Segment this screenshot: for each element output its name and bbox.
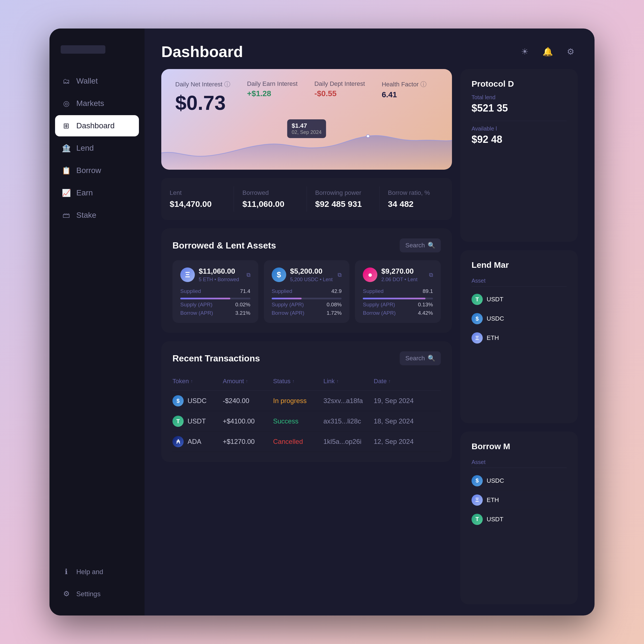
sidebar-item-settings[interactable]: ⚙ Settings	[55, 583, 139, 604]
sidebar-label-stake: Stake	[76, 211, 96, 220]
tx-status-usdc: In progress	[273, 397, 323, 405]
usdt-icon-tx: T	[172, 416, 184, 427]
eth-progress-bg	[180, 298, 250, 299]
tx-token-usdc: $ USDC	[172, 395, 223, 406]
sidebar-label-dashboard: Dashboard	[76, 121, 115, 130]
sidebar-label-borrow: Borrow	[76, 166, 101, 175]
app-window: 🗂 Wallet ◎ Markets ⊞ Dashboard 🏦 Lend 📋 …	[49, 29, 595, 615]
health-factor-value: 6.41	[382, 90, 427, 99]
tx-status-ada: Cancelled	[273, 438, 323, 446]
sidebar: 🗂 Wallet ◎ Markets ⊞ Dashboard 🏦 Lend 📋 …	[49, 29, 145, 615]
sidebar-nav: 🗂 Wallet ◎ Markets ⊞ Dashboard 🏦 Lend 📋 …	[49, 70, 145, 561]
lend-usdc-label: USDC	[487, 315, 504, 322]
eth-stats: Supplied 71.4 Supply (APR) 0.02%	[180, 288, 250, 316]
usdt-lend-icon: T	[472, 294, 483, 305]
borrow-usdc-label: USDC	[487, 477, 504, 484]
borrowed-lent-search[interactable]: Search 🔍	[400, 238, 441, 252]
borrow-apr-label: Borrow (APR)	[180, 310, 213, 316]
copy-icon-eth[interactable]: ⧉	[247, 272, 250, 278]
sidebar-item-dashboard[interactable]: ⊞ Dashboard	[55, 115, 139, 136]
dot-borrow-apr: 4.42%	[418, 310, 433, 316]
stat-borrowing-power: Borrowing power $92 485 931	[307, 186, 380, 212]
borrow-market-card: Borrow M Asset $ USDC Ξ ETH	[460, 432, 578, 604]
table-row: T USDT +$4100.00 Success ax315...li28c 1…	[172, 411, 441, 432]
content-area: Daily Net Interest ⓘ $0.73 Daily Earn In…	[145, 69, 595, 615]
health-factor: Health Factor ⓘ 6.41	[382, 80, 427, 114]
protocol-title: Protocol D	[472, 79, 567, 89]
supplied-label: Supplied	[180, 288, 201, 294]
usdc-progress	[272, 298, 302, 299]
sidebar-item-help[interactable]: ℹ Help and	[55, 561, 139, 582]
daily-debt-label: Daily Dept Interest	[314, 80, 365, 87]
list-item: $ USDC	[472, 471, 567, 491]
usdt-borrow-icon: T	[472, 514, 483, 525]
usdc-supply-apr: 0.08%	[326, 302, 342, 308]
tx-header: Token ↑ Amount ↑ Status ↑ Link ↑ Date ↑	[172, 373, 441, 391]
tooltip-date: 02, Sep 2024	[292, 129, 321, 135]
usdc-supplied: 42.9	[331, 288, 342, 294]
borrow-asset-usdc: $ USDC	[472, 475, 504, 486]
eth-supply-apr: 0.02%	[235, 302, 250, 308]
eth-supplied: 71.4	[240, 288, 250, 294]
lend-icon: 🏦	[62, 144, 71, 153]
sidebar-label-markets: Markets	[76, 99, 104, 108]
ada-icon-tx: ₳	[172, 436, 184, 447]
col-amount: Amount ↑	[223, 378, 273, 385]
divider	[472, 121, 567, 121]
asset-card-dot: ● $9,270.00 2.06 DOT • Lent ⧉	[355, 260, 441, 323]
sidebar-item-markets[interactable]: ◎ Markets	[55, 93, 139, 114]
lend-usdt-label: USDT	[487, 296, 503, 303]
interest-card: Daily Net Interest ⓘ $0.73 Daily Earn In…	[161, 69, 452, 170]
daily-net-interest: Daily Net Interest ⓘ $0.73	[175, 80, 230, 114]
borrow-market-title: Borrow M	[472, 442, 567, 451]
lend-asset-usdc: $ USDC	[472, 313, 504, 324]
right-column: Protocol D Total lend $521 35 Available …	[460, 69, 578, 604]
eth-token-icon: Ξ	[180, 267, 195, 282]
usdc-borrow-icon: $	[472, 475, 483, 486]
col-date: Date ↑	[374, 378, 441, 385]
health-factor-label: Health Factor	[382, 81, 419, 88]
lent-value: $14,470.00	[170, 199, 225, 209]
dot-supplied: 89.1	[423, 288, 433, 294]
transactions-title: Recent Transactions	[172, 353, 260, 364]
notifications-icon[interactable]: 🔔	[540, 44, 555, 59]
tx-amount-usdc: -$240.00	[223, 397, 273, 405]
transactions-search[interactable]: Search 🔍	[400, 351, 441, 365]
sidebar-label-lend: Lend	[76, 144, 94, 153]
lend-market-card: Lend Mar Asset T USDT $ USDC	[460, 250, 578, 423]
tx-token-usdt: T USDT	[172, 416, 223, 427]
interest-metrics: Daily Net Interest ⓘ $0.73 Daily Earn In…	[175, 80, 438, 114]
gear-icon[interactable]: ⚙	[563, 44, 578, 59]
eth-lend-icon: Ξ	[472, 332, 483, 344]
list-item: T USDT	[472, 290, 567, 309]
borrowed-lent-header: Borrowed & Lent Assets Search 🔍	[172, 238, 441, 252]
daily-net-label: Daily Net Interest	[175, 81, 222, 88]
list-item: Ξ ETH	[472, 491, 567, 510]
sidebar-label-wallet: Wallet	[76, 77, 98, 86]
usdc-sub: 5,200 USDC • Lent	[290, 277, 333, 283]
sidebar-item-stake[interactable]: 🗃 Stake	[55, 205, 139, 226]
tx-link-usdt: ax315...li28c	[323, 417, 374, 425]
sidebar-item-earn[interactable]: 📈 Earn	[55, 182, 139, 203]
copy-icon-usdc[interactable]: ⧉	[338, 272, 342, 278]
transactions-header: Recent Transactions Search 🔍	[172, 351, 441, 365]
markets-icon: ◎	[62, 99, 71, 108]
borrowing-power-label: Borrowing power	[315, 189, 371, 196]
tx-date-ada: 12, Sep 2024	[374, 438, 441, 446]
header-icons: ☀ 🔔 ⚙	[517, 44, 578, 59]
page-title: Dashboard	[161, 42, 243, 61]
borrow-ratio-label: Borrow ratio, %	[388, 189, 444, 196]
sidebar-item-wallet[interactable]: 🗂 Wallet	[55, 70, 139, 92]
chart-area: $1.47 02, Sep 2024	[161, 114, 452, 170]
sidebar-item-lend[interactable]: 🏦 Lend	[55, 138, 139, 159]
dot-token-icon: ●	[363, 267, 377, 282]
search-text: Search	[405, 242, 425, 249]
stat-lent: Lent $14,470.00	[161, 186, 234, 212]
dot-supply-apr: 0.13%	[418, 302, 433, 308]
eth-sub: 5 ETH • Borrowed	[199, 277, 239, 283]
col-link: Link ↑	[323, 378, 374, 385]
info-icon: ⓘ	[224, 80, 230, 89]
sidebar-item-borrow[interactable]: 📋 Borrow	[55, 160, 139, 181]
copy-icon-dot[interactable]: ⧉	[429, 272, 433, 278]
theme-toggle-icon[interactable]: ☀	[517, 44, 532, 59]
